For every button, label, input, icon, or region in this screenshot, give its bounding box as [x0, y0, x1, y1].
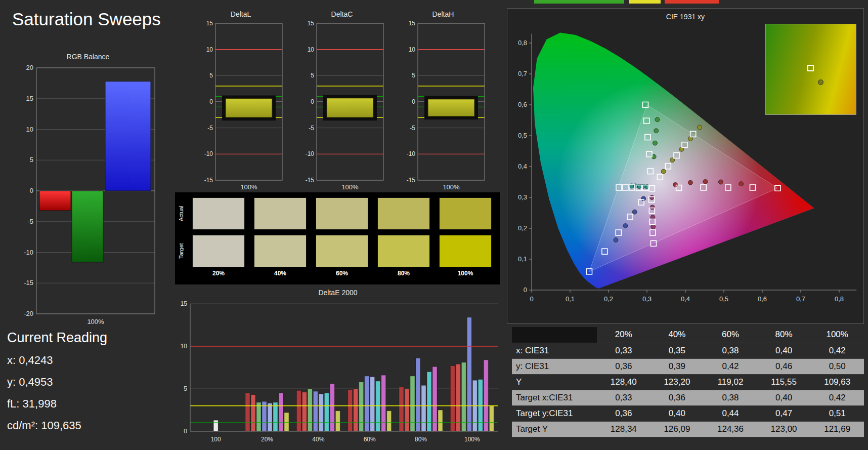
measured-point	[653, 141, 657, 145]
deltae-bar	[376, 381, 380, 431]
swatch-actual-80%	[377, 197, 430, 230]
table-col-header: 100%	[810, 327, 864, 343]
table-row: Target Y128,34126,09124,36123,00121,69	[512, 421, 864, 437]
tick-label: 10	[308, 46, 315, 53]
measured-point	[698, 125, 702, 130]
deltae-bar	[273, 402, 278, 431]
rgb-balance-title: RGB Balance	[18, 53, 158, 61]
deltae-bar	[456, 364, 460, 431]
table-cell: 124,36	[704, 421, 757, 437]
table-cell: 0,40	[650, 405, 704, 421]
delta-svg: 151050-5-10-15100%	[297, 19, 386, 191]
deltae-panel: DeltaE 2000 15105010020%40%60%80%100%	[175, 289, 501, 449]
deltae-bar	[421, 385, 426, 431]
table-row-label: Target x:CIE31	[512, 390, 597, 405]
deltae-bar	[251, 395, 255, 431]
tick-label: 0,8	[835, 295, 844, 303]
cie-panel: CIE 1931 xy 00,10,20,30,40,50,60,70,800,…	[507, 8, 864, 324]
swatch-target-20%	[192, 235, 245, 267]
delta-chart-DeltaC: 151050-5-10-15100%	[297, 19, 386, 193]
tick-label: 100%	[240, 183, 257, 191]
deltae-chart: 15105010020%40%60%80%100%	[175, 298, 501, 449]
inset-target-square	[807, 65, 814, 71]
table-cell: 0,33	[597, 390, 650, 405]
inset-measured-circle	[818, 79, 823, 85]
reading-value: y: 0,4953	[7, 376, 107, 389]
measured-point	[661, 169, 666, 174]
swatch-actual-20%	[192, 197, 245, 230]
table-row-label: Target y:CIE31	[512, 405, 597, 421]
toolbar-button-green[interactable]	[534, 0, 624, 4]
swatch-actual-40%	[254, 197, 307, 230]
deltae-bar	[335, 411, 340, 431]
rgb-bar-blue	[105, 81, 151, 191]
tick-label: 15	[409, 20, 416, 27]
table-cell: 0,42	[810, 390, 864, 405]
tick-label: -10	[407, 150, 416, 157]
delta-title: DeltaH	[399, 10, 488, 18]
tick-label: 5	[184, 385, 187, 392]
tick-label: 0,8	[518, 39, 527, 47]
table-corner-cell	[512, 327, 597, 343]
tick-label: 10	[26, 126, 33, 133]
swatch-row-label-target: Target	[177, 235, 185, 267]
deltae-bar	[296, 390, 301, 431]
deltae-bar	[324, 393, 329, 431]
tick-label: 40%	[312, 436, 324, 443]
measured-point	[655, 117, 660, 122]
tick-label: 15	[308, 20, 315, 27]
tick-label: 0	[184, 428, 187, 435]
current-reading-lines: x: 0,4243y: 0,4953fL: 31,998cd/m²: 109,6…	[7, 354, 107, 432]
tick-label: 5	[311, 72, 314, 79]
delta-bar	[428, 99, 474, 116]
table-row: y: CIE310,360,390,420,460,50	[512, 358, 864, 374]
rgb-bar-green	[72, 191, 103, 262]
deltae-title: DeltaE 2000	[175, 289, 501, 297]
toolbar-button-yellow[interactable]	[629, 0, 661, 4]
tick-label: -5	[27, 218, 33, 225]
tick-label: 20%	[261, 436, 273, 443]
table-cell: 0,36	[650, 390, 704, 405]
table-row: Target x:CIE310,330,360,380,400,42	[512, 390, 864, 405]
tick-label: 0	[412, 98, 415, 105]
table-cell: 0,51	[810, 405, 864, 421]
table-cell: 0,36	[597, 405, 650, 421]
swatch-col-label: 40%	[254, 270, 307, 277]
tick-label: 15	[181, 300, 188, 307]
tick-label: 0,1	[566, 295, 575, 303]
swatch-col-label: 80%	[377, 270, 430, 277]
tick-label: -15	[204, 177, 213, 184]
tick-label: 0,7	[518, 70, 527, 77]
toolbar-button-red[interactable]	[665, 0, 719, 4]
tick-label: 15	[26, 95, 33, 102]
tick-label: 5	[412, 72, 415, 79]
measured-point	[649, 195, 654, 200]
tick-label: -5	[207, 125, 213, 132]
measured-point	[641, 196, 646, 201]
table-header-row: 20%40%60%80%100%	[512, 327, 864, 343]
table-cell: 128,40	[597, 374, 650, 390]
tick-label: 0,2	[518, 224, 527, 232]
tick-label: 100	[211, 436, 221, 443]
tick-label: 0,4	[518, 162, 527, 170]
tick-label: -5	[410, 125, 415, 132]
table-cell: 0,33	[597, 343, 650, 358]
table-row: x: CIE310,330,350,380,400,42	[512, 343, 864, 358]
table-cell: 0,47	[757, 405, 811, 421]
tick-label: 10	[206, 46, 213, 53]
deltae-bar	[484, 360, 488, 431]
tick-label: 0,6	[758, 295, 767, 303]
deltae-bar	[432, 366, 437, 431]
table-row-label: Target Y	[512, 421, 597, 437]
tick-label: 0,7	[796, 295, 805, 303]
tick-label: 100%	[443, 183, 460, 191]
table-cell: 0,35	[650, 343, 704, 358]
tick-label: 0,2	[604, 295, 613, 303]
calibration-dashboard: Saturation Sweeps RGB Balance 20151050-5…	[0, 0, 868, 450]
table-row: Target y:CIE310,360,400,440,470,51	[512, 405, 864, 421]
table-cell: 0,39	[650, 358, 704, 374]
table-cell: 0,44	[704, 405, 757, 421]
table-cell: 115,55	[757, 374, 811, 390]
deltae-bar	[405, 389, 409, 431]
measured-point	[623, 224, 628, 228]
